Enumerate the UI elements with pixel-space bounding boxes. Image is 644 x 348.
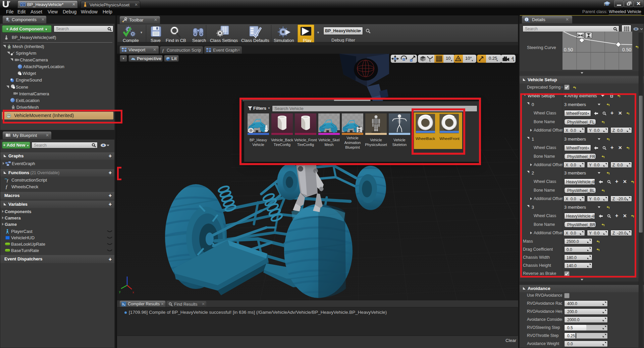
svg-text:y: y — [119, 290, 121, 293]
svg-text:i: i — [526, 18, 527, 21]
svg-text:f: f — [162, 48, 164, 53]
svg-text:f: f — [6, 184, 8, 189]
svg-text:f: f — [7, 178, 9, 183]
svg-text:x: x — [132, 291, 134, 294]
